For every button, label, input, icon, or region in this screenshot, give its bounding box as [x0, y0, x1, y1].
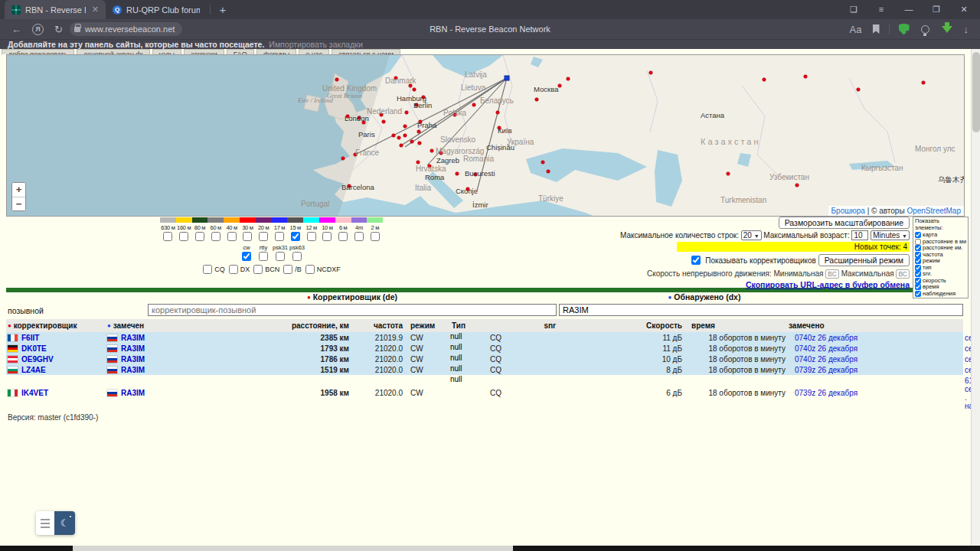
new-tab-button[interactable]: + [214, 0, 232, 19]
restore-button[interactable]: ❐ [923, 0, 949, 19]
spot-dot[interactable] [922, 81, 926, 85]
protect-shield-icon[interactable]: 1 [899, 24, 910, 35]
spot-dot[interactable] [405, 111, 409, 115]
site-nav-item[interactable]: о нас [299, 49, 329, 54]
band-checkbox[interactable] [163, 232, 172, 241]
max-age-input[interactable]: 10 [851, 230, 868, 240]
site-nav-item[interactable]: добро пожаловать [2, 49, 74, 54]
show-spotters-checkbox[interactable] [691, 256, 701, 265]
max-rows-select[interactable]: 20 ▼ [741, 230, 762, 240]
spot-dot[interactable] [417, 130, 421, 134]
address-bar[interactable]: www.reversebeacon.net [70, 22, 182, 36]
back-icon[interactable]: ← [11, 24, 21, 35]
band-checkbox[interactable] [195, 232, 204, 241]
show-element-checkbox[interactable] [915, 239, 921, 245]
reload-icon[interactable]: ↻ [54, 24, 63, 35]
spot-dot[interactable] [535, 98, 539, 102]
show-element-checkbox[interactable] [915, 252, 921, 258]
menu-icon[interactable]: ≡ [868, 0, 894, 19]
tab-qrp[interactable]: Q RU-QRP Club forum :: Тем [106, 0, 207, 19]
spot-dot[interactable] [397, 136, 401, 140]
spot-dot[interactable] [341, 157, 345, 161]
spotter-callsign-link[interactable]: F6IIT [21, 334, 39, 342]
map-canvas[interactable]: United KingdomGreat BritainEire / Irelan… [7, 55, 965, 217]
spot-dot[interactable] [472, 103, 476, 107]
spotter-callsign-link[interactable]: IK4VET [21, 389, 48, 397]
osm-link[interactable]: OpenStreetMap [906, 207, 961, 215]
site-nav-item[interactable]: узлы [152, 49, 181, 54]
translate-icon[interactable]: Аa [850, 24, 862, 35]
band-checkbox[interactable] [371, 232, 380, 241]
close-tab-icon[interactable]: ✕ [90, 5, 99, 15]
band-checkbox[interactable] [322, 232, 332, 241]
dx-callsign-link[interactable]: RA3IM [121, 366, 145, 374]
mode-checkbox[interactable] [292, 252, 302, 261]
dx-callsign-input[interactable] [559, 304, 963, 316]
band-checkbox[interactable] [179, 232, 188, 241]
tab-rbn[interactable]: RBN - Reverse Beacon N ✕ [5, 0, 106, 19]
dx-callsign-link[interactable]: RA3IM [121, 355, 145, 364]
spot-dot[interactable] [416, 161, 420, 165]
import-bookmarks-link[interactable]: Импортировать закладки [269, 40, 362, 49]
show-element-checkbox[interactable] [915, 271, 921, 277]
spot-dot[interactable] [456, 172, 459, 176]
band-checkbox[interactable] [354, 232, 364, 241]
spot-dot[interactable] [410, 140, 414, 144]
band-checkbox[interactable] [211, 232, 220, 241]
site-nav-item[interactable]: основной экран dx [77, 49, 149, 54]
dx-callsign-link[interactable]: RA3IM [121, 334, 145, 342]
copy-url-link[interactable]: Скопировать URL-адрес в буфер обмена [746, 280, 910, 289]
mode-checkbox[interactable] [259, 252, 268, 261]
spotter-callsign-link[interactable]: LZ4AE [21, 366, 46, 374]
type-checkbox[interactable] [283, 265, 292, 274]
band-checkbox[interactable] [291, 232, 300, 241]
type-checkbox[interactable] [253, 265, 263, 274]
band-checkbox[interactable] [338, 232, 348, 241]
spot-dot[interactable] [547, 170, 550, 174]
zoom-in-button[interactable]: + [12, 183, 25, 197]
dx-callsign-link[interactable]: RA3IM [121, 344, 145, 353]
alice-bulb-icon[interactable] [921, 25, 929, 34]
spot-dot[interactable] [649, 71, 653, 75]
spotter-callsign-link[interactable]: OE9GHV [21, 355, 54, 364]
moon-icon[interactable]: ☾ [54, 511, 75, 535]
spot-dot[interactable] [727, 172, 730, 176]
spot-dot[interactable] [400, 144, 403, 148]
map[interactable]: United KingdomGreat BritainEire / Irelan… [6, 54, 965, 217]
speed-max-box[interactable]: ВС [896, 269, 910, 279]
leaflet-link[interactable]: Брошюра [831, 207, 865, 215]
vertical-scrollbar[interactable] [971, 49, 980, 546]
savefrom-arrow-icon[interactable] [942, 26, 952, 33]
spot-dot[interactable] [804, 75, 808, 79]
band-checkbox[interactable] [307, 232, 316, 241]
spot-dot[interactable] [430, 149, 434, 153]
spot-dot[interactable] [335, 78, 339, 82]
site-nav-item[interactable]: связаться с нами [332, 49, 400, 54]
spot-dot[interactable] [403, 134, 407, 138]
mode-checkbox[interactable] [276, 252, 285, 261]
spotter-callsign-link[interactable]: DK0TE [21, 344, 47, 353]
dx-callsign-link[interactable]: RA3IM [121, 389, 145, 397]
show-element-checkbox[interactable] [915, 265, 921, 271]
spot-dot[interactable] [382, 120, 386, 124]
site-nav-item[interactable]: FAQ [227, 49, 254, 54]
spot-dot[interactable] [392, 134, 396, 138]
band-checkbox[interactable] [243, 232, 252, 241]
band-checkbox[interactable] [275, 232, 284, 241]
show-element-checkbox[interactable] [915, 245, 921, 251]
band-checkbox[interactable] [259, 232, 268, 241]
menu-handle-icon[interactable] [36, 511, 54, 535]
bookmark-icon[interactable] [873, 24, 880, 34]
zoom-out-button[interactable]: − [12, 197, 25, 210]
vertical-scrollbar-thumb[interactable] [972, 52, 980, 132]
band-checkbox[interactable] [227, 232, 237, 241]
site-nav-item[interactable]: форумы [256, 49, 296, 54]
horizontal-scrollbar-thumb[interactable] [73, 546, 513, 551]
show-element-checkbox[interactable] [915, 232, 921, 238]
advanced-mode-button[interactable]: Расширенный режим [818, 254, 910, 266]
spot-dot[interactable] [763, 78, 766, 82]
spot-dot[interactable] [496, 111, 500, 115]
spot-dot[interactable] [541, 161, 545, 165]
tab-panel-icon[interactable]: ❏ [841, 0, 867, 19]
spot-dot[interactable] [567, 77, 570, 81]
